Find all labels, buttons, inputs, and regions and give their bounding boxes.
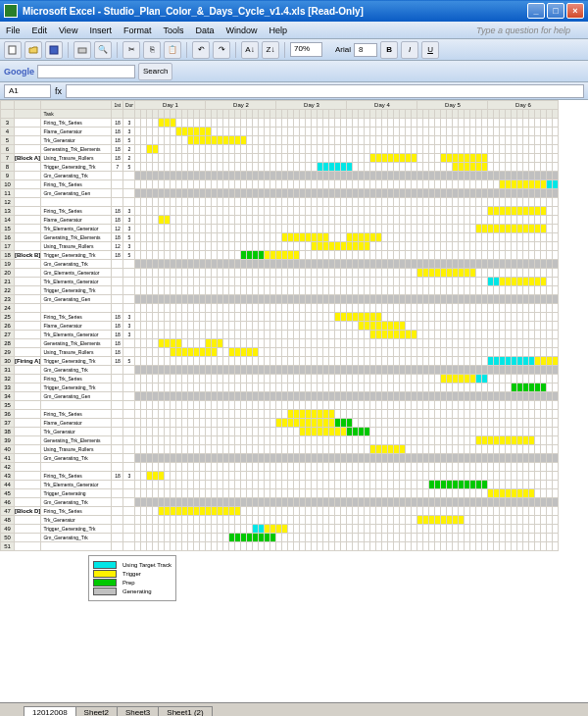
underline-button[interactable]: U (421, 41, 439, 59)
sheet-tab[interactable]: Sheet2 (75, 706, 118, 716)
bold-button[interactable]: B (380, 41, 398, 59)
app-icon (4, 4, 18, 18)
sheet-tab[interactable]: Sheet1 (2) (158, 706, 212, 716)
menu-file[interactable]: File (6, 26, 21, 35)
window-title: Microsoft Excel - Studio_Plan_Color_&_Da… (23, 6, 364, 17)
sheet-tab-active[interactable]: 12012008 (24, 706, 76, 716)
close-button[interactable]: × (566, 3, 584, 19)
svg-rect-2 (78, 48, 86, 53)
menu-edit[interactable]: Edit (32, 26, 48, 35)
menu-tools[interactable]: Tools (163, 26, 183, 35)
standard-toolbar: 🔍 ✂ ⎘ 📋 ↶ ↷ A↓ Z↓ 70% Arial 8 B I U (0, 39, 588, 61)
help-hint[interactable]: Type a question for help (476, 26, 570, 35)
print-button[interactable] (74, 41, 91, 59)
sort-asc-button[interactable]: A↓ (241, 41, 259, 59)
svg-rect-1 (50, 46, 58, 54)
svg-rect-0 (9, 46, 16, 54)
menu-format[interactable]: Format (123, 26, 152, 35)
minimize-button[interactable]: _ (527, 3, 545, 19)
worksheet-area[interactable]: 1stDurDay 1Day 2Day 3Day 4Day 5Day 6Task… (0, 100, 588, 702)
sort-desc-button[interactable]: Z↓ (262, 41, 279, 59)
google-search-button[interactable]: Search (138, 63, 172, 80)
zoom-select[interactable]: 70% (290, 42, 322, 57)
google-search-input[interactable] (37, 65, 135, 78)
menu-data[interactable]: Data (195, 26, 214, 35)
formula-input[interactable] (66, 84, 584, 98)
new-button[interactable] (4, 41, 22, 59)
name-box[interactable]: A1 (4, 84, 51, 98)
italic-button[interactable]: I (401, 41, 418, 59)
save-button[interactable] (45, 41, 63, 59)
menu-insert[interactable]: Insert (89, 26, 112, 35)
menu-window[interactable]: Window (225, 26, 257, 35)
google-label: Google (4, 67, 34, 77)
cut-button[interactable]: ✂ (122, 41, 140, 59)
menu-view[interactable]: View (59, 26, 77, 35)
font-size[interactable]: 8 (354, 43, 377, 57)
formula-bar: A1 fx (0, 82, 588, 100)
google-toolbar: Google Search (0, 61, 588, 82)
preview-button[interactable]: 🔍 (94, 41, 112, 59)
sheet-tab[interactable]: Sheet3 (117, 706, 159, 716)
redo-button[interactable]: ↷ (213, 41, 230, 59)
undo-button[interactable]: ↶ (192, 41, 210, 59)
copy-button[interactable]: ⎘ (143, 41, 161, 59)
paste-button[interactable]: 📋 (164, 41, 181, 59)
open-button[interactable] (24, 41, 42, 59)
maximize-button[interactable]: □ (547, 3, 564, 19)
worksheet-grid[interactable]: 1stDurDay 1Day 2Day 3Day 4Day 5Day 6Task… (0, 100, 559, 551)
menu-help[interactable]: Help (269, 26, 287, 35)
legend: Using Target TrackTriggerPrepGenerating (88, 555, 176, 601)
titlebar: Microsoft Excel - Studio_Plan_Color_&_Da… (0, 0, 588, 22)
font-name[interactable]: Arial (335, 45, 351, 54)
menubar: File Edit View Insert Format Tools Data … (0, 22, 588, 39)
sheet-tabs: 12012008 Sheet2 Sheet3 Sheet1 (2) (0, 702, 588, 716)
